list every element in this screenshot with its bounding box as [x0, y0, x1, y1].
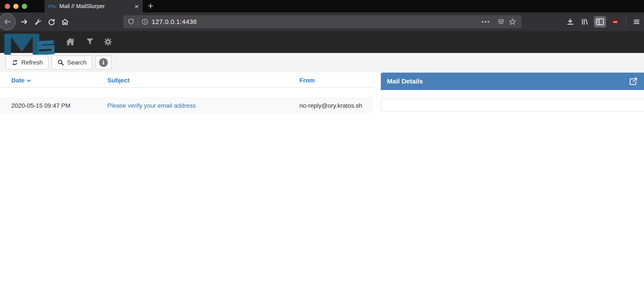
sidebar-toggle-button[interactable] — [594, 16, 606, 27]
ublock-origin-icon[interactable]: uO — [610, 16, 620, 27]
mailslurper-header — [0, 31, 644, 53]
browser-home-button[interactable] — [60, 16, 70, 27]
tab-favicon-mailslurper-icon — [48, 4, 56, 8]
mail-subject-link[interactable]: Please verify your email address — [107, 102, 196, 109]
refresh-button[interactable]: Refresh — [6, 55, 48, 69]
info-circle-icon: i — [99, 58, 108, 67]
bookmark-star-icon[interactable] — [507, 16, 518, 27]
search-button[interactable]: Search — [52, 55, 92, 69]
mail-details-panel: Mail Details — [381, 73, 644, 112]
mail-details-empty-body — [381, 98, 644, 112]
urlbar-divider — [138, 18, 138, 26]
mail-row[interactable]: 2020-05-15 09:47 PM Please verify your e… — [0, 98, 373, 113]
main-content: Date Subject From 2020-05-15 09:47 PM Pl… — [0, 72, 644, 289]
svg-text:i: i — [102, 59, 104, 66]
pocket-save-icon[interactable] — [496, 16, 506, 27]
browser-tab-bar: Mail // MailSlurper × + — [0, 0, 644, 12]
mail-from-cell: no-reply@ory.kratos.sh — [296, 98, 373, 113]
library-button[interactable] — [580, 16, 590, 27]
reload-button[interactable] — [46, 16, 57, 27]
search-label: Search — [67, 59, 87, 66]
mail-table-header-row: Date Subject From — [0, 72, 373, 88]
window-zoom-button[interactable] — [22, 4, 27, 9]
refresh-icon — [11, 59, 18, 66]
new-tab-button[interactable]: + — [143, 0, 158, 12]
toolbar-separator — [626, 17, 626, 26]
column-header-date[interactable]: Date — [0, 72, 104, 88]
open-in-new-window-icon[interactable] — [629, 77, 638, 86]
back-arrow-icon — [3, 18, 11, 26]
url-text[interactable]: 127.0.0.1:4436 — [152, 18, 197, 25]
site-info-icon[interactable] — [141, 18, 148, 25]
mail-subject-cell: Please verify your email address — [104, 98, 296, 113]
info-button[interactable]: i — [95, 55, 112, 69]
browser-tab[interactable]: Mail // MailSlurper × — [44, 0, 143, 12]
downloads-button[interactable] — [565, 16, 576, 27]
tab-close-icon[interactable]: × — [133, 2, 140, 10]
mail-details-header: Mail Details — [381, 73, 644, 90]
column-header-subject[interactable]: Subject — [104, 72, 296, 88]
refresh-label: Refresh — [22, 59, 43, 66]
window-minimize-button[interactable] — [13, 4, 18, 9]
mailslurper-logo[interactable] — [4, 32, 54, 55]
column-header-from[interactable]: From — [296, 72, 373, 88]
window-controls — [0, 0, 44, 12]
window-close-button[interactable] — [5, 4, 10, 9]
page-actions-icon[interactable]: ••• — [481, 18, 490, 25]
menu-hamburger-icon[interactable] — [631, 16, 642, 27]
app-toolbar: Refresh Search i — [0, 53, 644, 72]
mail-list-table: Date Subject From 2020-05-15 09:47 PM Pl… — [0, 72, 373, 113]
mail-date-cell: 2020-05-15 09:47 PM — [0, 98, 104, 113]
tab-title: Mail // MailSlurper — [59, 3, 133, 9]
tracking-protection-shield-icon[interactable] — [127, 18, 135, 25]
filter-funnel-icon[interactable] — [86, 38, 94, 45]
search-icon — [57, 59, 64, 66]
browser-navigation-bar: 127.0.0.1:4436 ••• — [0, 12, 644, 31]
url-bar[interactable]: 127.0.0.1:4436 ••• — [123, 15, 522, 28]
forward-button[interactable] — [19, 16, 30, 27]
developer-tools-wrench-button[interactable] — [33, 16, 43, 27]
sort-descending-icon — [27, 79, 31, 82]
empty-spacer-row — [0, 88, 373, 98]
back-button[interactable] — [0, 13, 16, 30]
settings-gear-icon[interactable] — [104, 38, 112, 46]
app-home-icon[interactable] — [66, 37, 75, 46]
mail-details-title: Mail Details — [387, 78, 423, 85]
svg-text:uO: uO — [613, 20, 618, 23]
toolbar-right-icons: uO — [565, 12, 642, 31]
